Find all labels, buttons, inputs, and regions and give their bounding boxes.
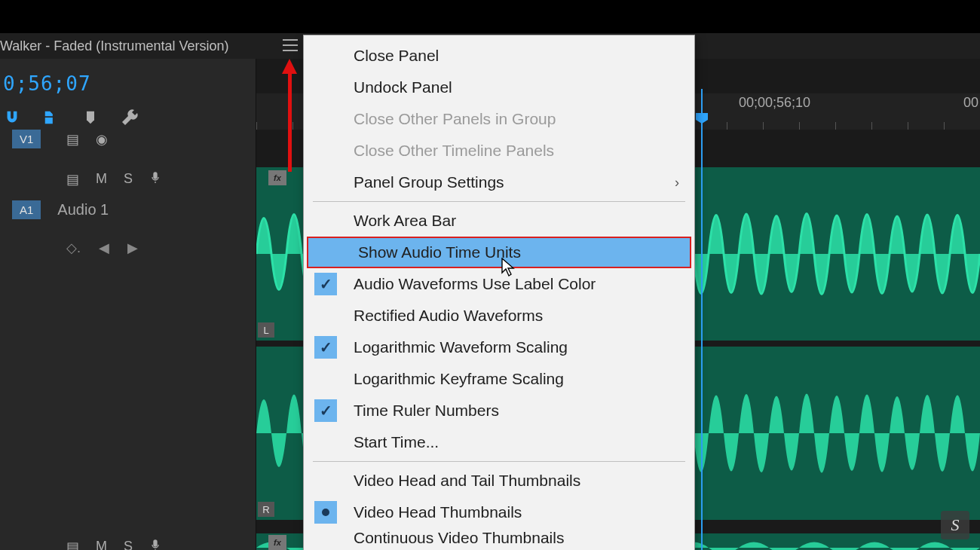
- settings-wrench-icon[interactable]: [121, 108, 139, 127]
- fx-badge[interactable]: fx: [268, 535, 286, 550]
- channel-l-badge: L: [258, 322, 274, 338]
- a1-controls: M S: [66, 169, 161, 189]
- timeline-tools-row: [3, 108, 139, 127]
- a1-badge[interactable]: A1: [12, 200, 41, 219]
- menu-video-head-tail-thumbs[interactable]: Video Head and Tail Thumbnails: [304, 465, 694, 497]
- check-icon: ✓: [314, 273, 337, 295]
- menu-continuous-video-thumbs[interactable]: Continuous Video Thumbnails: [304, 528, 694, 548]
- check-icon: ✓: [314, 399, 337, 422]
- menu-rectified-waveforms[interactable]: Rectified Audio Waveforms: [304, 300, 694, 332]
- v1-badge[interactable]: V1: [12, 130, 41, 148]
- toggle-sync-lock-icon[interactable]: [66, 539, 79, 551]
- menu-show-audio-time-units[interactable]: Show Audio Time Units: [307, 237, 691, 268]
- menu-work-area-bar[interactable]: Work Area Bar: [304, 205, 694, 237]
- sequence-tab-title[interactable]: Walker - Faded (Instrumental Version): [0, 38, 228, 54]
- menu-separator: [313, 461, 685, 462]
- a2-controls: M S: [66, 536, 161, 550]
- linked-selection-icon[interactable]: [42, 108, 60, 127]
- track-header-area: 0;56;07 V1 M S: [0, 59, 256, 550]
- keyframe-controls: ◇. ◀ ▶: [66, 240, 138, 256]
- menu-close-other-panels: Close Other Panels in Group: [304, 103, 694, 135]
- toggle-sync-lock-icon[interactable]: [66, 131, 79, 148]
- mute-button[interactable]: M: [96, 171, 107, 187]
- ruler-timecode: 00: [963, 95, 978, 111]
- panel-context-menu: Close Panel Undock Panel Close Other Pan…: [303, 35, 695, 550]
- add-keyframe-icon[interactable]: ◇.: [66, 240, 81, 256]
- menu-audio-waveforms-label-color[interactable]: ✓ Audio Waveforms Use Label Color: [304, 268, 694, 300]
- watermark-badge: S: [941, 511, 969, 539]
- solo-button[interactable]: S: [124, 539, 133, 550]
- menu-time-ruler-numbers[interactable]: ✓ Time Ruler Numbers: [304, 395, 694, 426]
- menu-separator: [313, 201, 685, 202]
- mute-button[interactable]: M: [96, 539, 107, 550]
- channel-r-badge: R: [258, 502, 274, 517]
- audio-track-1-header[interactable]: A1 Audio 1: [0, 199, 109, 220]
- fx-badge[interactable]: fx: [268, 170, 286, 185]
- prev-keyframe-icon[interactable]: ◀: [99, 240, 109, 256]
- voice-over-record-icon[interactable]: [149, 169, 161, 189]
- marker-icon[interactable]: [81, 108, 100, 127]
- menu-panel-group-settings[interactable]: Panel Group Settings ›: [304, 167, 694, 198]
- current-timecode[interactable]: 0;56;07: [3, 72, 91, 95]
- voice-over-record-icon[interactable]: [149, 536, 161, 550]
- top-region: [0, 0, 980, 33]
- toggle-track-output-icon[interactable]: [96, 131, 108, 148]
- menu-video-head-thumbs[interactable]: Video Head Thumbnails: [304, 497, 694, 528]
- next-keyframe-icon[interactable]: ▶: [127, 240, 138, 256]
- v1-controls: [66, 131, 108, 148]
- ruler-timecode: 00;00;56;10: [739, 95, 810, 111]
- annotation-arrow: [285, 59, 294, 172]
- panel-menu-button[interactable]: [283, 39, 298, 51]
- video-track-1-header[interactable]: V1: [0, 128, 41, 149]
- check-icon: ✓: [314, 336, 337, 359]
- toggle-sync-lock-icon[interactable]: [66, 171, 79, 188]
- menu-undock-panel[interactable]: Undock Panel: [304, 72, 694, 103]
- audio-track-label[interactable]: Audio 1: [57, 201, 109, 218]
- snap-icon[interactable]: [3, 108, 21, 127]
- chevron-right-icon: ›: [675, 175, 679, 191]
- menu-log-keyframe-scaling[interactable]: Logarithmic Keyframe Scaling: [304, 363, 694, 395]
- playhead[interactable]: [701, 89, 703, 550]
- solo-button[interactable]: S: [124, 171, 133, 187]
- radio-icon: [314, 501, 337, 524]
- menu-log-waveform-scaling[interactable]: ✓ Logarithmic Waveform Scaling: [304, 332, 694, 363]
- menu-close-other-timeline: Close Other Timeline Panels: [304, 135, 694, 167]
- menu-start-time[interactable]: Start Time...: [304, 426, 694, 458]
- menu-close-panel[interactable]: Close Panel: [304, 40, 694, 72]
